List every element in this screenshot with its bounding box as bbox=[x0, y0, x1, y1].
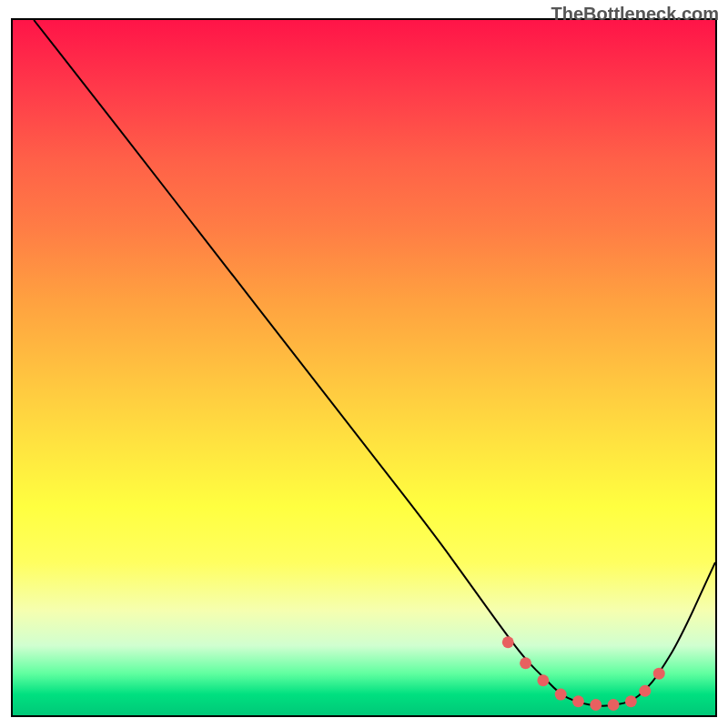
curve-marker bbox=[520, 657, 531, 669]
curve-marker bbox=[572, 695, 584, 707]
curve-marker bbox=[608, 699, 620, 711]
curve-marker bbox=[537, 674, 549, 686]
curve-marker bbox=[555, 689, 567, 701]
curve-marker bbox=[653, 668, 665, 680]
chart-frame bbox=[11, 18, 717, 717]
bottleneck-curve bbox=[34, 20, 715, 706]
curve-marker bbox=[625, 695, 637, 707]
chart-svg bbox=[13, 20, 715, 715]
curve-marker bbox=[502, 636, 514, 648]
watermark-text: TheBottleneck.com bbox=[551, 4, 719, 25]
curve-marker bbox=[590, 699, 602, 711]
curve-marker bbox=[639, 685, 651, 697]
curve-markers bbox=[502, 636, 665, 711]
